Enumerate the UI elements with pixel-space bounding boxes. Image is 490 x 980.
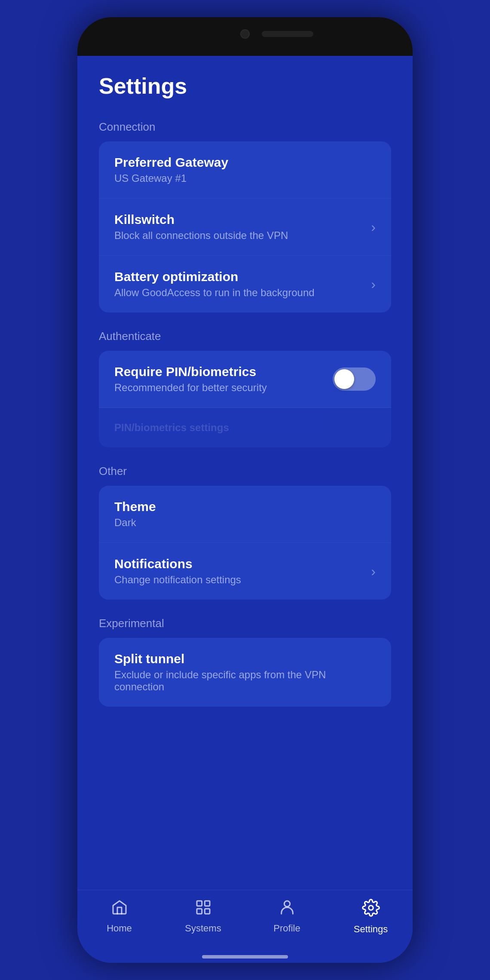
- home-icon: [111, 899, 128, 919]
- home-indicator: [202, 955, 288, 959]
- systems-label: Systems: [185, 923, 221, 934]
- preferred-gateway-subtitle: US Gateway #1: [114, 172, 228, 184]
- other-group: Theme Dark Notifications Change notifica…: [99, 486, 391, 600]
- svg-rect-3: [205, 909, 210, 914]
- killswitch-subtitle: Block all connections outside the VPN: [114, 230, 288, 242]
- notch-area: [77, 17, 413, 56]
- nav-systems[interactable]: Systems: [161, 899, 245, 934]
- battery-optimization-text: Battery optimization Allow GoodAccess to…: [114, 270, 315, 299]
- notifications-text: Notifications Change notification settin…: [114, 557, 241, 586]
- experimental-group: Split tunnel Exclude or include specific…: [99, 638, 391, 707]
- section-authenticate-label: Authenticate: [99, 330, 391, 343]
- notifications-subtitle: Change notification settings: [114, 574, 241, 586]
- theme-title: Theme: [114, 499, 156, 514]
- killswitch-item[interactable]: Killswitch Block all connections outside…: [99, 199, 391, 256]
- bottom-nav: Home Systems: [77, 890, 413, 963]
- section-connection-label: Connection: [99, 120, 391, 134]
- preferred-gateway-title: Preferred Gateway: [114, 155, 228, 170]
- killswitch-chevron-icon: ›: [371, 219, 376, 235]
- split-tunnel-item[interactable]: Split tunnel Exclude or include specific…: [99, 638, 391, 707]
- notifications-title: Notifications: [114, 557, 241, 571]
- settings-icon: [362, 899, 380, 919]
- split-tunnel-text: Split tunnel Exclude or include specific…: [114, 652, 376, 693]
- killswitch-title: Killswitch: [114, 212, 288, 227]
- profile-label: Profile: [273, 923, 300, 934]
- screen: Settings Connection Preferred Gateway US…: [77, 56, 413, 963]
- profile-icon: [279, 899, 296, 919]
- nav-settings[interactable]: Settings: [329, 899, 413, 935]
- toggle-knob: [334, 369, 354, 389]
- pin-settings-item: PIN/biometrics settings: [99, 408, 391, 447]
- page-title: Settings: [99, 73, 391, 99]
- preferred-gateway-text: Preferred Gateway US Gateway #1: [114, 155, 228, 184]
- settings-label: Settings: [354, 924, 388, 935]
- killswitch-text: Killswitch Block all connections outside…: [114, 212, 288, 242]
- notifications-chevron-icon: ›: [371, 564, 376, 579]
- require-pin-title: Require PIN/biometrics: [114, 364, 267, 379]
- speaker: [262, 31, 313, 37]
- authenticate-group: Require PIN/biometrics Recommended for b…: [99, 351, 391, 447]
- preferred-gateway-item[interactable]: Preferred Gateway US Gateway #1: [99, 141, 391, 199]
- split-tunnel-title: Split tunnel: [114, 652, 376, 666]
- svg-point-4: [284, 901, 290, 906]
- theme-item[interactable]: Theme Dark: [99, 486, 391, 543]
- theme-text: Theme Dark: [114, 499, 156, 529]
- systems-icon: [195, 899, 212, 919]
- split-tunnel-subtitle: Exclude or include specific apps from th…: [114, 669, 376, 693]
- nav-profile[interactable]: Profile: [245, 899, 329, 934]
- nav-home[interactable]: Home: [77, 899, 161, 934]
- section-experimental-label: Experimental: [99, 617, 391, 630]
- svg-rect-2: [197, 909, 202, 914]
- notifications-item[interactable]: Notifications Change notification settin…: [99, 543, 391, 600]
- battery-optimization-subtitle: Allow GoodAccess to run in the backgroun…: [114, 287, 315, 299]
- scroll-area: Settings Connection Preferred Gateway US…: [77, 56, 413, 890]
- svg-rect-1: [205, 901, 210, 906]
- home-label: Home: [107, 923, 132, 934]
- require-pin-subtitle: Recommended for better security: [114, 382, 267, 394]
- require-pin-text: Require PIN/biometrics Recommended for b…: [114, 364, 267, 394]
- battery-optimization-chevron-icon: ›: [371, 276, 376, 292]
- require-pin-toggle[interactable]: [333, 368, 376, 391]
- svg-point-5: [368, 906, 373, 910]
- section-other-label: Other: [99, 465, 391, 478]
- camera: [240, 29, 250, 39]
- connection-group: Preferred Gateway US Gateway #1 Killswit…: [99, 141, 391, 312]
- battery-optimization-item[interactable]: Battery optimization Allow GoodAccess to…: [99, 256, 391, 312]
- require-pin-item[interactable]: Require PIN/biometrics Recommended for b…: [99, 351, 391, 408]
- require-pin-toggle-container[interactable]: [333, 368, 376, 391]
- pin-settings-text: PIN/biometrics settings: [114, 422, 229, 434]
- battery-optimization-title: Battery optimization: [114, 270, 315, 284]
- svg-rect-0: [197, 901, 202, 906]
- phone-frame: Settings Connection Preferred Gateway US…: [77, 17, 413, 963]
- pin-settings-title: PIN/biometrics settings: [114, 422, 229, 434]
- theme-subtitle: Dark: [114, 517, 156, 529]
